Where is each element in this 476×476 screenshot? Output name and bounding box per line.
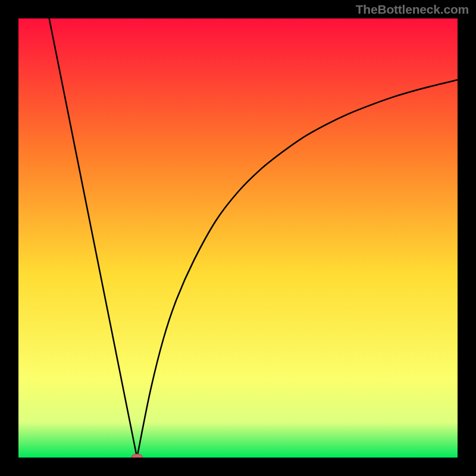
- gradient-background: [18, 18, 458, 458]
- chart-frame: TheBottleneck.com: [0, 0, 476, 476]
- bottleneck-chart: [18, 18, 458, 458]
- attribution-text: TheBottleneck.com: [356, 2, 469, 17]
- plot-area: [18, 18, 458, 458]
